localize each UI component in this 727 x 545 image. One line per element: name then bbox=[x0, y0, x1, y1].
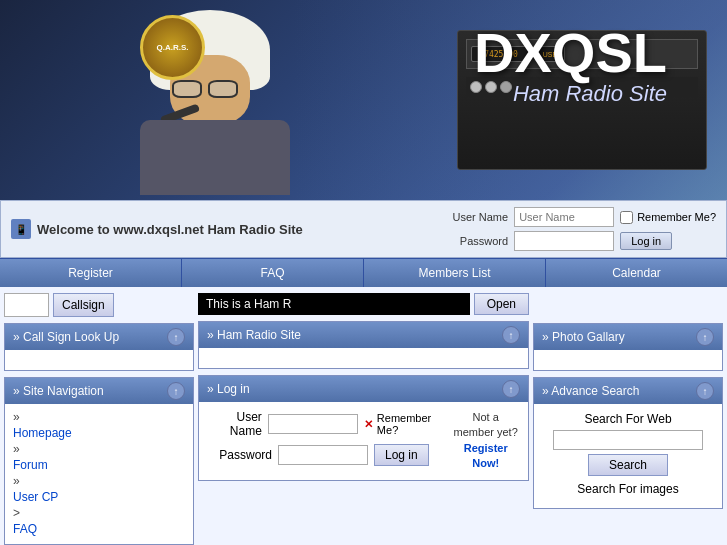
nav-members[interactable]: Members List bbox=[364, 259, 546, 287]
site-nav-title-area: » Site Navigation bbox=[13, 384, 104, 398]
login-panel-inner: User Name ✕ Remember Me? Password Log in bbox=[207, 410, 520, 472]
forum-link[interactable]: Forum bbox=[13, 456, 185, 474]
photo-gallery-header: » Photo Gallary ↑ bbox=[534, 324, 722, 350]
ham-radio-collapse[interactable]: ↑ bbox=[502, 326, 520, 344]
advance-search-content: Search For Web Search Search For images bbox=[534, 404, 722, 508]
login-fields: User Name Remember Me? Password Log in bbox=[443, 207, 716, 251]
nav-bar: Register FAQ Members List Calendar bbox=[0, 258, 727, 287]
login-panel-header: » Log in ↑ bbox=[199, 376, 528, 402]
login-form-area: User Name ✕ Remember Me? Password Log in bbox=[207, 410, 441, 472]
site-title: DXQSL bbox=[474, 25, 667, 81]
callsign-button[interactable]: Callsign bbox=[53, 293, 114, 317]
username-label: User Name bbox=[443, 211, 508, 223]
login-panel-username-row: User Name ✕ Remember Me? bbox=[207, 410, 441, 438]
ham-radio-title-area: » Ham Radio Site bbox=[207, 328, 301, 342]
nav-link-item-faq: > FAQ bbox=[13, 506, 185, 538]
call-sign-lookup-panel: » Call Sign Look Up ↑ bbox=[4, 323, 194, 371]
advance-search-label: » Advance Search bbox=[542, 384, 639, 398]
callsign-bar: Callsign bbox=[4, 293, 194, 317]
logo-text: Q.A.R.S. bbox=[156, 43, 188, 52]
ham-radio-content bbox=[199, 348, 528, 368]
login-panel-username-input[interactable] bbox=[268, 414, 358, 434]
call-sign-lookup-title: » Call Sign Look Up bbox=[13, 330, 119, 344]
login-remember-area: ✕ Remember Me? bbox=[364, 412, 442, 436]
search-button[interactable]: Search bbox=[588, 454, 668, 476]
welcome-text: Welcome to www.dxqsl.net Ham Radio Site bbox=[37, 222, 303, 237]
nav-link-item-forum: » Forum bbox=[13, 442, 185, 474]
site-nav-collapse[interactable]: ↑ bbox=[167, 382, 185, 400]
photo-gallery-title-area: » Photo Gallary bbox=[542, 330, 625, 344]
password-input[interactable] bbox=[514, 231, 614, 251]
advance-search-title-area: » Advance Search bbox=[542, 384, 639, 398]
call-sign-lookup-collapse[interactable]: ↑ bbox=[167, 328, 185, 346]
site-navigation-panel: » Site Navigation ↑ » Homepage » Forum »… bbox=[4, 377, 194, 545]
photo-gallery-collapse[interactable]: ↑ bbox=[696, 328, 714, 346]
advance-search-panel: » Advance Search ↑ Search For Web Search… bbox=[533, 377, 723, 509]
call-sign-lookup-label: » Call Sign Look Up bbox=[13, 330, 119, 344]
register-now-link[interactable]: Register Now! bbox=[464, 442, 508, 469]
login-panel-title-area: » Log in bbox=[207, 382, 250, 396]
ham-radio-site-header: » Ham Radio Site ↑ bbox=[199, 322, 528, 348]
nav-register[interactable]: Register bbox=[0, 259, 182, 287]
site-title-area: DXQSL Ham Radio Site bbox=[474, 25, 667, 107]
faq-link[interactable]: FAQ bbox=[13, 520, 185, 538]
login-panel-username-label: User Name bbox=[207, 410, 262, 438]
main-content: Callsign » Call Sign Look Up ↑ » Site Na… bbox=[0, 287, 727, 545]
marquee-row: This is a Ham R Open bbox=[198, 293, 529, 315]
marquee-text: This is a Ham R bbox=[206, 297, 291, 311]
site-subtitle: Ham Radio Site bbox=[474, 81, 667, 107]
password-label: Password bbox=[443, 235, 508, 247]
username-row: User Name Remember Me? bbox=[443, 207, 716, 227]
username-input[interactable] bbox=[514, 207, 614, 227]
login-panel-collapse[interactable]: ↑ bbox=[502, 380, 520, 398]
logo-circle: Q.A.R.S. bbox=[140, 15, 205, 80]
callsign-input[interactable] bbox=[4, 293, 49, 317]
call-sign-lookup-content bbox=[5, 350, 193, 370]
login-panel-login-button[interactable]: Log in bbox=[374, 444, 429, 466]
login-bar: 📱 Welcome to www.dxqsl.net Ham Radio Sit… bbox=[0, 200, 727, 258]
homepage-link[interactable]: Homepage bbox=[13, 424, 185, 442]
site-nav-label: » Site Navigation bbox=[13, 384, 104, 398]
site-navigation-header: » Site Navigation ↑ bbox=[5, 378, 193, 404]
open-button[interactable]: Open bbox=[474, 293, 529, 315]
login-panel-password-row: Password Log in bbox=[207, 444, 441, 466]
nav-calendar[interactable]: Calendar bbox=[546, 259, 727, 287]
login-remember-label: Remember Me? bbox=[377, 412, 442, 436]
header-banner: 7425000 USB Q.A.R.S. DXQSL Ham Radio Sit… bbox=[0, 0, 727, 200]
ham-radio-label: » Ham Radio Site bbox=[207, 328, 301, 342]
photo-gallery-panel: » Photo Gallary ↑ bbox=[533, 323, 723, 371]
not-member-text: Not a member yet? bbox=[454, 411, 518, 438]
not-member-area: Not a member yet? Register Now! bbox=[451, 410, 520, 472]
login-panel: » Log in ↑ User Name ✕ Remember Me? bbox=[198, 375, 529, 481]
photo-gallery-content bbox=[534, 350, 722, 370]
remember-row: Remember Me? bbox=[620, 211, 716, 224]
password-row: Password Log in bbox=[443, 231, 716, 251]
login-panel-password-label: Password bbox=[207, 448, 272, 462]
photo-gallery-label: » Photo Gallary bbox=[542, 330, 625, 344]
search-web-label: Search For Web bbox=[542, 412, 714, 426]
right-col-spacer bbox=[533, 293, 723, 323]
site-nav-content: » Homepage » Forum » User CP > FAQ bbox=[5, 404, 193, 544]
welcome-icon: 📱 bbox=[11, 219, 31, 239]
nav-link-item-usercp: » User CP bbox=[13, 474, 185, 506]
right-column: » Photo Gallary ↑ » Advance Search ↑ Sea… bbox=[533, 293, 723, 545]
marquee-bar: This is a Ham R bbox=[198, 293, 470, 315]
search-images-label: Search For images bbox=[542, 482, 714, 496]
login-button[interactable]: Log in bbox=[620, 232, 672, 250]
nav-link-item-homepage: » Homepage bbox=[13, 410, 185, 442]
left-column: Callsign » Call Sign Look Up ↑ » Site Na… bbox=[4, 293, 194, 545]
login-panel-content: User Name ✕ Remember Me? Password Log in bbox=[199, 402, 528, 480]
nav-faq[interactable]: FAQ bbox=[182, 259, 364, 287]
usercp-link[interactable]: User CP bbox=[13, 488, 185, 506]
remember-checkbox[interactable] bbox=[620, 211, 633, 224]
advance-search-collapse[interactable]: ↑ bbox=[696, 382, 714, 400]
welcome-section: 📱 Welcome to www.dxqsl.net Ham Radio Sit… bbox=[11, 219, 303, 239]
call-sign-lookup-header: » Call Sign Look Up ↑ bbox=[5, 324, 193, 350]
remember-label: Remember Me? bbox=[637, 211, 716, 223]
ham-radio-site-panel: » Ham Radio Site ↑ bbox=[198, 321, 529, 369]
login-panel-password-input[interactable] bbox=[278, 445, 368, 465]
login-panel-label: » Log in bbox=[207, 382, 250, 396]
search-web-input[interactable] bbox=[553, 430, 703, 450]
center-column: This is a Ham R Open » Ham Radio Site ↑ … bbox=[198, 293, 529, 545]
advance-search-header: » Advance Search ↑ bbox=[534, 378, 722, 404]
